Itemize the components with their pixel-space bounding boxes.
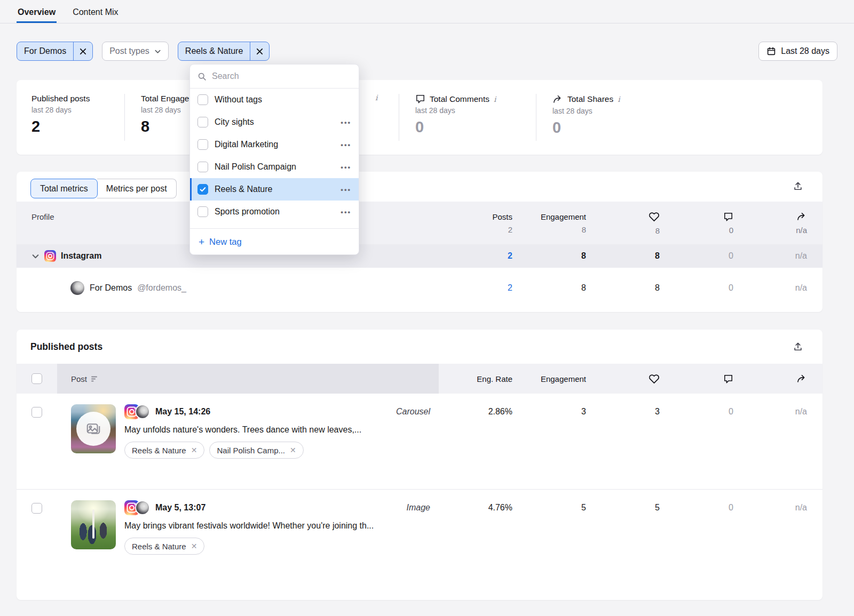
post-row[interactable]: May 15, 14:26 Carousel May unfolds natur…	[17, 394, 823, 489]
post-thumbnail[interactable]	[71, 404, 116, 453]
shares-column-header[interactable]: n/a	[733, 202, 807, 244]
post-engagement: 5	[512, 490, 586, 513]
profile-posts-value[interactable]: 2	[439, 283, 512, 293]
published-posts-title: Published posts	[30, 341, 102, 353]
post-eng-rate: 2.86%	[439, 394, 512, 417]
profile-handle: @fordemos_	[137, 283, 186, 293]
more-options-icon[interactable]: •••	[341, 186, 351, 194]
tag-remove-icon[interactable]: ✕	[191, 542, 197, 550]
info-icon[interactable]: i	[618, 95, 620, 103]
checkbox[interactable]	[197, 94, 208, 105]
sort-icon[interactable]	[91, 375, 99, 382]
export-icon[interactable]	[793, 181, 803, 191]
likes-column-header[interactable]	[586, 364, 660, 394]
post-types-dropdown[interactable]: Post types	[102, 42, 169, 61]
export-icon[interactable]	[793, 341, 803, 352]
search-icon	[197, 72, 207, 81]
tag-filter-label: Reels & Nature	[178, 46, 250, 56]
dropdown-item-without-tags[interactable]: Without tags	[190, 89, 359, 111]
tag-remove-icon[interactable]: ✕	[191, 446, 197, 454]
new-tag-button[interactable]: + New tag	[190, 228, 359, 254]
more-options-icon[interactable]: •••	[341, 118, 351, 126]
instagram-group-row[interactable]: Instagram 2 8 8 0 n/a	[17, 244, 823, 268]
comment-icon	[723, 374, 733, 384]
item-label: Nail Polish Campaign	[215, 162, 334, 172]
dropdown-item-digital-marketing[interactable]: Digital Marketing •••	[190, 133, 359, 156]
dropdown-item-sports-promotion[interactable]: Sports promotion •••	[190, 201, 359, 223]
avatar	[135, 404, 150, 419]
tag-filter-chip[interactable]: Reels & Nature	[178, 42, 270, 61]
row-checkbox[interactable]	[31, 407, 42, 418]
summary-published-posts-label: Published posts	[31, 94, 90, 103]
row-checkbox[interactable]	[31, 503, 42, 514]
calendar-icon	[766, 46, 776, 56]
eng-rate-column-header[interactable]: Eng. Rate	[439, 364, 512, 394]
heart-icon	[649, 373, 660, 385]
post-row[interactable]: May 5, 13:07 Image May brings vibrant fe…	[17, 489, 823, 584]
info-icon[interactable]: i	[375, 94, 377, 101]
profile-comments-value: 0	[660, 283, 733, 293]
ig-shares-value: n/a	[733, 251, 807, 261]
shares-column-header[interactable]	[733, 364, 807, 394]
ig-likes-value: 8	[586, 251, 660, 261]
profile-filter-close-icon[interactable]	[73, 42, 92, 60]
more-options-icon[interactable]: •••	[341, 208, 351, 216]
dropdown-item-city-sights[interactable]: City sights •••	[190, 111, 359, 133]
toggle-metrics-per-post[interactable]: Metrics per post	[97, 179, 177, 198]
profile-likes-value: 8	[586, 283, 660, 293]
post-type: Carousel	[396, 407, 430, 417]
profiles-metrics-card: Total metrics Metrics per post Profile P…	[17, 172, 823, 312]
more-options-icon[interactable]: •••	[341, 141, 351, 149]
summary-published-posts-value: 2	[31, 118, 124, 135]
select-all-checkbox[interactable]	[31, 373, 42, 384]
profiles-toolbar: Total metrics Metrics per post	[17, 172, 823, 202]
checkbox[interactable]	[197, 162, 208, 172]
item-label: Sports promotion	[215, 207, 334, 217]
checkbox[interactable]	[197, 206, 208, 217]
engagement-column-header[interactable]: Engagement	[512, 364, 586, 394]
post-column-header[interactable]: Post	[57, 364, 439, 394]
likes-column-header[interactable]: 8	[586, 202, 660, 244]
tab-overview[interactable]: Overview	[17, 2, 57, 23]
tag-label: Reels & Nature	[132, 542, 186, 551]
shares-column-total: n/a	[796, 226, 807, 235]
checkbox[interactable]	[197, 117, 208, 127]
date-range-button[interactable]: Last 28 days	[758, 42, 837, 61]
info-icon[interactable]: i	[494, 95, 496, 103]
tag-pill[interactable]: Reels & Nature ✕	[124, 442, 204, 459]
profile-row[interactable]: For Demos @fordemos_ 2 8 8 0 n/a	[17, 268, 823, 308]
summary-total-comments-value: 0	[415, 118, 536, 136]
comments-column-header[interactable]: 0	[660, 202, 733, 244]
dropdown-item-nail-polish-campaign[interactable]: Nail Polish Campaign •••	[190, 156, 359, 178]
published-posts-header: Published posts	[17, 330, 823, 364]
engagement-column-header[interactable]: Engagement 8	[512, 202, 586, 244]
posts-column-label: Posts	[492, 212, 512, 221]
profile-filter-chip[interactable]: For Demos	[17, 42, 93, 61]
collapse-chevron-icon[interactable]	[31, 252, 39, 260]
dropdown-item-reels-and-nature[interactable]: Reels & Nature •••	[190, 178, 359, 201]
checkbox[interactable]	[197, 139, 208, 150]
dropdown-search[interactable]	[190, 65, 359, 89]
comments-column-header[interactable]	[660, 364, 733, 394]
post-date: May 15, 14:26	[155, 407, 210, 417]
engagement-label: Engagement	[541, 374, 586, 383]
profiles-table-header: Profile Posts 2 Engagement 8 8 0 n/a	[17, 202, 823, 244]
search-input[interactable]	[212, 71, 351, 81]
summary-total-comments: Total Comments i last 28 days 0	[399, 94, 536, 141]
toggle-total-metrics[interactable]: Total metrics	[30, 179, 98, 198]
tab-content-mix[interactable]: Content Mix	[72, 2, 119, 23]
posts-column-header[interactable]: Posts 2	[439, 202, 512, 244]
post-caption[interactable]: May brings vibrant festivals worldwide! …	[124, 521, 430, 531]
eng-rate-label: Eng. Rate	[477, 374, 512, 383]
tag-pill[interactable]: Nail Polish Camp... ✕	[209, 442, 303, 459]
post-thumbnail[interactable]	[71, 500, 116, 549]
tag-remove-icon[interactable]: ✕	[290, 446, 296, 454]
tag-filter-dropdown: Without tags City sights ••• Digital Mar…	[189, 64, 359, 255]
post-caption[interactable]: May unfolds nature's wonders. Trees danc…	[124, 425, 430, 435]
tag-pill[interactable]: Reels & Nature ✕	[124, 538, 204, 555]
tag-filter-close-icon[interactable]	[250, 42, 269, 60]
more-options-icon[interactable]: •••	[341, 163, 351, 171]
summary-total-shares-value: 0	[552, 119, 823, 137]
ig-posts-value[interactable]: 2	[439, 251, 512, 261]
checkbox-checked[interactable]	[197, 184, 208, 195]
